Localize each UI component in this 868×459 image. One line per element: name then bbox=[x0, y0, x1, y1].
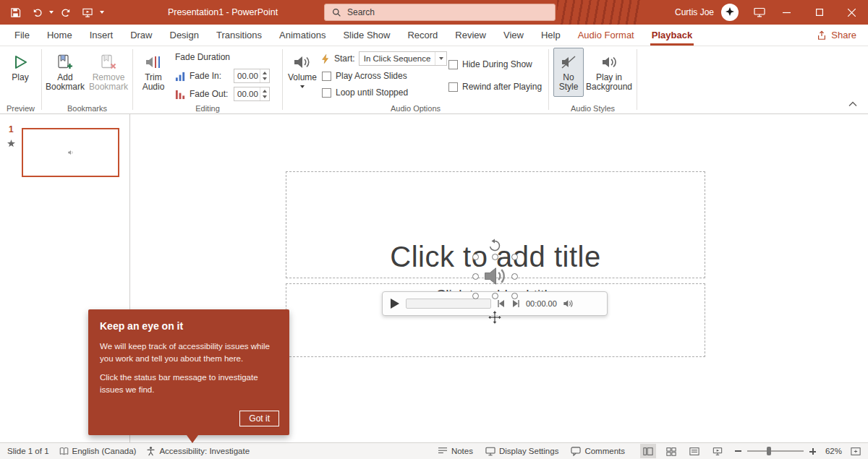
display-settings-button[interactable]: Display Settings bbox=[484, 443, 560, 459]
account-name[interactable]: Curtis Joe bbox=[675, 7, 714, 17]
checkbox-rewind-after-playing[interactable]: Rewind after Playing bbox=[448, 82, 542, 92]
zoom-in-button[interactable] bbox=[809, 448, 816, 455]
undo-dropdown-caret[interactable] bbox=[49, 11, 54, 14]
fade-in-spin-arrows[interactable] bbox=[260, 69, 269, 82]
audio-object[interactable] bbox=[482, 263, 508, 292]
chevron-up-icon bbox=[848, 101, 857, 107]
save-button[interactable] bbox=[6, 3, 25, 22]
close-button[interactable] bbox=[835, 0, 868, 25]
animation-star-icon[interactable] bbox=[7, 137, 15, 150]
title-bar: Presentation1 - PowerPoint Search Curtis… bbox=[0, 0, 868, 25]
play-in-background-button[interactable]: Play in Background bbox=[585, 48, 633, 97]
tab-slide-show[interactable]: Slide Show bbox=[334, 25, 399, 46]
tab-animations[interactable]: Animations bbox=[271, 25, 334, 46]
tab-record[interactable]: Record bbox=[399, 25, 446, 46]
language-indicator[interactable]: English (Canada) bbox=[58, 443, 138, 459]
play-across-slides-checkbox[interactable] bbox=[322, 72, 331, 81]
rewind-after-playing-checkbox[interactable] bbox=[448, 82, 458, 92]
tab-home[interactable]: Home bbox=[38, 25, 81, 46]
tab-audio-format[interactable]: Audio Format bbox=[569, 25, 643, 46]
ribbon-display-options-button[interactable] bbox=[749, 0, 770, 25]
audio-progress-track[interactable] bbox=[406, 299, 491, 309]
resize-handle-se[interactable] bbox=[511, 293, 518, 299]
customize-qat-caret[interactable] bbox=[100, 11, 104, 14]
tab-design[interactable]: Design bbox=[161, 25, 208, 46]
tab-file[interactable]: File bbox=[6, 25, 38, 46]
remove-bookmark-icon bbox=[100, 53, 117, 71]
resize-handle-nw[interactable] bbox=[472, 254, 479, 260]
start-dropdown[interactable]: In Click Sequence bbox=[359, 51, 447, 66]
accessibility-status[interactable]: Accessibility: Investigate bbox=[145, 443, 251, 459]
fade-out-spin-arrows[interactable] bbox=[260, 87, 269, 100]
volume-button[interactable]: Volume bbox=[286, 48, 319, 100]
tab-transitions[interactable]: Transitions bbox=[208, 25, 271, 46]
loop-until-stopped-checkbox[interactable] bbox=[322, 88, 331, 98]
checkbox-loop-until-stopped[interactable]: Loop until Stopped bbox=[322, 87, 408, 98]
resize-handle-s[interactable] bbox=[492, 293, 498, 299]
notes-button[interactable]: Notes bbox=[436, 443, 475, 459]
statusbar-left: Slide 1 of 1 English (Canada) Accessibil… bbox=[6, 443, 251, 459]
audio-mute-button[interactable] bbox=[563, 299, 574, 309]
resize-handle-ne[interactable] bbox=[511, 254, 518, 260]
tab-playback[interactable]: Playback bbox=[643, 25, 701, 46]
avatar[interactable] bbox=[721, 4, 739, 21]
minimize-icon bbox=[783, 9, 791, 17]
slide-sorter-view-button[interactable] bbox=[663, 444, 679, 458]
resize-handle-sw[interactable] bbox=[472, 293, 479, 299]
collapse-ribbon-button[interactable] bbox=[845, 98, 861, 111]
fade-out-icon bbox=[175, 89, 186, 100]
zoom-slider-thumb[interactable] bbox=[767, 447, 771, 455]
zoom-percentage[interactable]: 62% bbox=[822, 447, 842, 455]
start-dropdown-caret[interactable] bbox=[435, 52, 446, 65]
search-input[interactable]: Search bbox=[324, 4, 556, 21]
zoom-slider[interactable] bbox=[747, 450, 804, 452]
fade-in-spinner[interactable]: 00.00 bbox=[234, 69, 270, 83]
no-style-label: No Style bbox=[554, 73, 583, 92]
comments-button[interactable]: Comments bbox=[569, 443, 626, 459]
fit-to-window-button[interactable] bbox=[848, 444, 864, 458]
title-placeholder[interactable]: Click to add title bbox=[286, 171, 705, 278]
add-bookmark-button[interactable]: Add Bookmark bbox=[43, 48, 87, 95]
play-across-slides-label: Play Across Slides bbox=[336, 71, 407, 81]
reading-view-button[interactable] bbox=[686, 444, 702, 458]
maximize-button[interactable] bbox=[803, 0, 835, 25]
audio-seek-forward-button[interactable] bbox=[511, 299, 520, 308]
maximize-icon bbox=[816, 9, 823, 16]
resize-handle-n[interactable] bbox=[492, 254, 498, 260]
checkbox-hide-during-show[interactable]: Hide During Show bbox=[448, 59, 532, 69]
tab-review[interactable]: Review bbox=[446, 25, 495, 46]
remove-bookmark-label: Remove Bookmark bbox=[87, 73, 130, 92]
slide-indicator[interactable]: Slide 1 of 1 bbox=[6, 443, 51, 459]
redo-button[interactable] bbox=[56, 3, 75, 22]
checkbox-play-across-slides[interactable]: Play Across Slides bbox=[322, 71, 407, 81]
add-bookmark-label: Add Bookmark bbox=[43, 73, 87, 92]
audio-seek-back-button[interactable] bbox=[497, 299, 506, 308]
resize-handle-e[interactable] bbox=[511, 273, 518, 280]
share-button[interactable]: Share bbox=[805, 25, 868, 46]
slide-1-thumbnail[interactable] bbox=[22, 128, 119, 177]
start-value: In Click Sequence bbox=[359, 54, 435, 63]
hide-during-show-checkbox[interactable] bbox=[448, 60, 458, 69]
tab-draw[interactable]: Draw bbox=[122, 25, 161, 46]
no-style-button[interactable]: No Style bbox=[553, 48, 584, 97]
undo-button[interactable] bbox=[27, 3, 46, 22]
slide-show-button[interactable] bbox=[710, 444, 726, 458]
audio-play-button[interactable] bbox=[390, 298, 400, 309]
tab-help[interactable]: Help bbox=[532, 25, 569, 46]
zoom-out-button[interactable] bbox=[735, 450, 741, 452]
remove-bookmark-button[interactable]: Remove Bookmark bbox=[87, 48, 130, 95]
thumbnail-audio-icon bbox=[67, 149, 75, 156]
got-it-button[interactable]: Got it bbox=[239, 411, 279, 426]
tab-view[interactable]: View bbox=[495, 25, 532, 46]
start-presentation-button[interactable] bbox=[78, 3, 97, 22]
tab-insert[interactable]: Insert bbox=[81, 25, 122, 46]
group-label-audio-styles: Audio Styles bbox=[549, 104, 637, 113]
minimize-button[interactable] bbox=[770, 0, 803, 25]
trim-audio-button[interactable]: Trim Audio bbox=[136, 48, 171, 95]
fade-out-spinner[interactable]: 00.00 bbox=[234, 87, 270, 101]
play-preview-button[interactable]: Play bbox=[4, 48, 36, 95]
resize-handle-w[interactable] bbox=[472, 273, 479, 280]
window-title-text: Presentation1 - PowerPoint bbox=[168, 7, 278, 17]
group-audio-styles: No Style Play in Background Audio Styles bbox=[549, 46, 637, 114]
normal-view-button[interactable] bbox=[640, 444, 656, 458]
